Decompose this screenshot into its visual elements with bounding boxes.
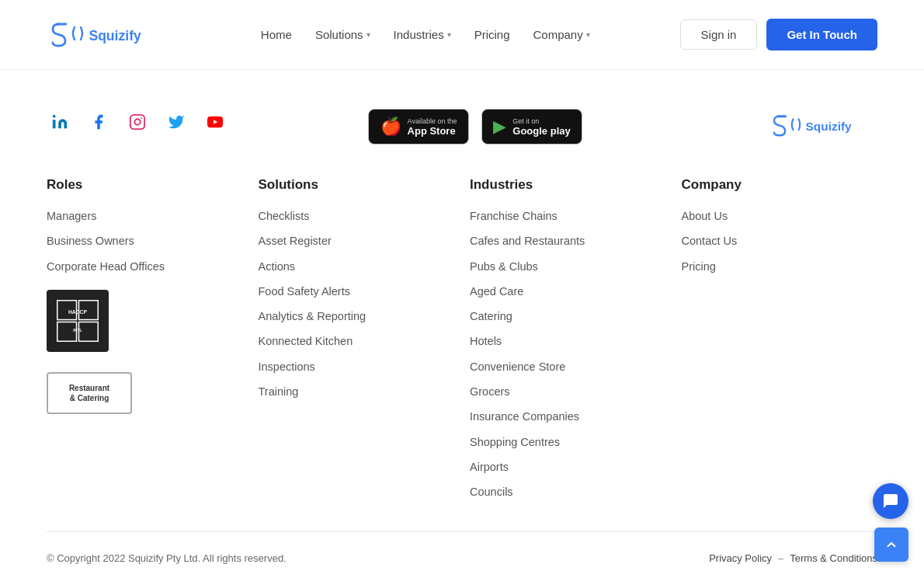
list-item[interactable]: Contact Us [682,233,878,249]
youtube-icon[interactable] [202,109,228,135]
svg-rect-2 [53,120,56,128]
svg-rect-7 [777,115,787,117]
solutions-actions-link[interactable]: Actions [259,260,296,273]
company-contactus-link[interactable]: Contact Us [682,235,738,247]
industries-pubsclubs-link[interactable]: Pubs & Clubs [470,260,538,273]
instagram-icon[interactable] [124,109,151,135]
nav-solutions[interactable]: Solutions ▾ [315,28,370,41]
list-item[interactable]: Pricing [682,259,878,274]
svg-text:Squizify: Squizify [806,120,852,133]
footer-solutions-heading: Solutions [259,177,455,193]
list-item[interactable]: Catering [470,308,666,324]
roles-managers-link[interactable]: Managers [47,210,96,222]
nav-solutions-link[interactable]: Solutions ▾ [315,28,370,41]
nav-pricing-link[interactable]: Pricing [474,28,510,41]
footer-cert-badges: HACCP INTL Restaurant& Catering [47,290,243,414]
footer-col-solutions: Solutions Checklists Asset Register Acti… [259,177,455,500]
solutions-foodsafetyalerts-link[interactable]: Food Safety Alerts [259,285,350,298]
appstore-big-text: App Store [408,125,457,137]
list-item[interactable]: Convenience Store [470,359,666,374]
list-item[interactable]: Checklists [259,208,455,224]
nav-pricing[interactable]: Pricing [474,28,510,41]
chevron-up-icon [884,538,898,552]
list-item[interactable]: Food Safety Alerts [259,284,455,299]
industries-franchisechains-link[interactable]: Franchise Chains [470,210,558,222]
industries-conveniencestore-link[interactable]: Convenience Store [470,360,565,373]
nav-industries[interactable]: Industries ▾ [394,28,451,41]
industries-cafesrestaurants-link[interactable]: Cafes and Restaurants [470,235,585,247]
company-aboutus-link[interactable]: About Us [682,210,728,222]
getintouch-button[interactable]: Get In Touch [766,19,877,50]
logo[interactable]: Squizify [47,16,171,54]
googleplay-small-text: Get it on [512,117,570,125]
twitter-icon[interactable] [163,109,189,135]
industries-airports-link[interactable]: Airports [470,461,509,473]
googleplay-badge[interactable]: ▶ Get it on Google play [481,109,582,145]
footer-industries-list: Franchise Chains Cafes and Restaurants P… [470,208,666,500]
list-item[interactable]: Shopping Centres [470,434,666,450]
facebook-icon[interactable] [85,109,112,135]
list-item[interactable]: Inspections [259,359,455,374]
solutions-konnectedkitchen-link[interactable]: Konnected Kitchen [259,335,353,347]
roles-corporateheadoffices-link[interactable]: Corporate Head Offices [47,260,165,273]
haccp-badge: HACCP INTL [47,290,243,352]
nav-home-link[interactable]: Home [261,28,292,41]
roles-businessowners-link[interactable]: Business Owners [47,235,134,247]
industries-grocers-link[interactable]: Grocers [470,385,510,398]
list-item[interactable]: Konnected Kitchen [259,333,455,349]
solutions-analyticsreporting-link[interactable]: Analytics & Reporting [259,310,366,322]
solutions-training-link[interactable]: Training [259,385,299,398]
svg-rect-9 [54,298,101,344]
industries-shoppingcentres-link[interactable]: Shopping Centres [470,436,560,448]
list-item[interactable]: Aged Care [470,284,666,299]
chat-button[interactable] [873,483,908,519]
nav-home[interactable]: Home [261,28,292,41]
list-item[interactable]: Managers [47,208,243,224]
copyright-text: © Copyright 2022 Squizify Pty Ltd. All r… [47,551,287,567]
legal-links: Privacy Policy – Terms & Conditions [709,552,877,564]
list-item[interactable]: Councils [470,484,666,500]
svg-rect-0 [56,23,67,25]
list-item[interactable]: Airports [470,459,666,475]
terms-conditions-link[interactable]: Terms & Conditions [790,552,877,564]
list-item[interactable]: Cafes and Restaurants [470,233,666,249]
list-item[interactable]: Pubs & Clubs [470,259,666,274]
nav-company[interactable]: Company ▾ [533,28,590,41]
list-item[interactable]: Actions [259,259,455,274]
nav-industries-link[interactable]: Industries ▾ [394,28,451,41]
appstore-badge[interactable]: 🍎 Available on the App Store [368,109,469,145]
industries-catering-link[interactable]: Catering [470,310,512,322]
solutions-assetregister-link[interactable]: Asset Register [259,235,332,247]
solutions-inspections-link[interactable]: Inspections [259,360,315,373]
list-item[interactable]: Hotels [470,333,666,349]
footer-solutions-list: Checklists Asset Register Actions Food S… [259,208,455,399]
signin-button[interactable]: Sign in [680,19,758,50]
list-item[interactable]: Insurance Companies [470,409,666,424]
footer-col-industries: Industries Franchise Chains Cafes and Re… [470,177,666,500]
footer-roles-heading: Roles [47,177,243,193]
linkedin-icon[interactable] [47,109,73,135]
industries-hotels-link[interactable]: Hotels [470,335,502,347]
scroll-top-button[interactable] [874,528,908,562]
footer-company-list: About Us Contact Us Pricing [682,208,878,274]
footer-roles-list: Managers Business Owners Corporate Head … [47,208,243,274]
list-item[interactable]: Franchise Chains [470,208,666,224]
nav-company-link[interactable]: Company ▾ [533,28,590,41]
chevron-down-icon: ▾ [586,30,590,39]
list-item[interactable]: Analytics & Reporting [259,308,455,324]
list-item[interactable]: Corporate Head Offices [47,259,243,274]
footer-logo: Squizify [769,109,877,146]
footer-company-heading: Company [682,177,878,193]
company-pricing-link[interactable]: Pricing [682,260,716,273]
list-item[interactable]: Training [259,384,455,399]
list-item[interactable]: Business Owners [47,233,243,249]
industries-councils-link[interactable]: Councils [470,486,513,498]
list-item[interactable]: Grocers [470,384,666,399]
solutions-checklists-link[interactable]: Checklists [259,210,310,222]
industries-agedcare-link[interactable]: Aged Care [470,285,523,298]
restaurant-catering-badge: Restaurant& Catering [47,372,243,414]
list-item[interactable]: About Us [682,208,878,224]
privacy-policy-link[interactable]: Privacy Policy [709,552,772,564]
industries-insurancecompanies-link[interactable]: Insurance Companies [470,410,579,423]
list-item[interactable]: Asset Register [259,233,455,249]
